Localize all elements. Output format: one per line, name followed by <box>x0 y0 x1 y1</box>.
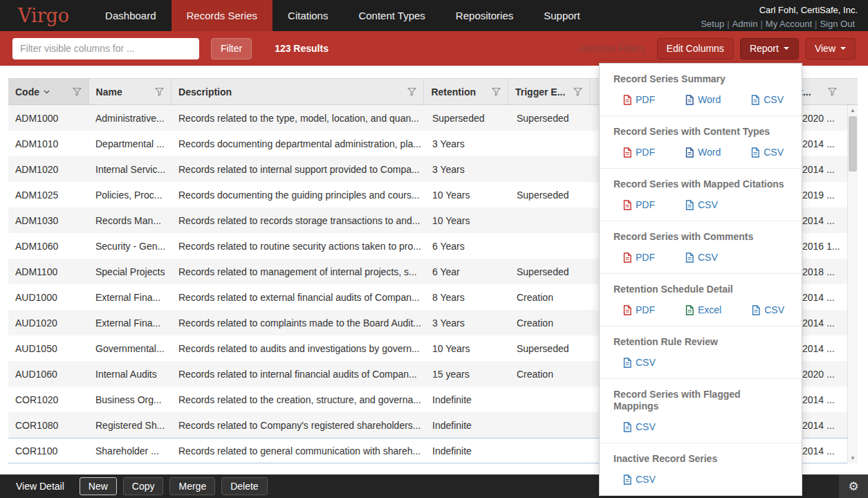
cell-updated: 2014 ... <box>795 215 847 226</box>
report-link-csv[interactable]: CSV <box>623 357 656 368</box>
toolbar-right-group: Remove Filters Edit Columns Report View <box>580 38 856 59</box>
nav-item-repositories[interactable]: Repositories <box>441 0 528 31</box>
filter-funnel-icon[interactable] <box>488 87 501 96</box>
user-link-my-account[interactable]: My Account <box>763 19 815 29</box>
user-link-admin[interactable]: Admin <box>730 19 761 29</box>
cell-trigger: Superseded <box>510 113 591 124</box>
report-link-label: CSV <box>698 252 718 263</box>
cell-name: Special Projects <box>89 266 172 277</box>
report-link-label: CSV <box>698 199 718 210</box>
report-link-label: PDF <box>636 94 655 105</box>
cell-description: Records related to general communication… <box>172 445 425 456</box>
report-link-excel[interactable]: Excel <box>685 304 721 315</box>
report-link-pdf[interactable]: PDF <box>623 199 655 210</box>
report-link-pdf[interactable]: PDF <box>623 304 655 315</box>
copy-button[interactable]: Copy <box>123 477 164 495</box>
filter-funnel-icon[interactable] <box>824 87 837 96</box>
nav-item-citations[interactable]: Citations <box>273 0 343 31</box>
report-section-links: PDFCSV <box>623 199 788 210</box>
csv-file-icon <box>623 474 631 485</box>
cell-description: Records related to records storage trans… <box>172 215 425 226</box>
filter-input[interactable] <box>12 38 199 59</box>
cell-updated: 2014 ... <box>795 138 847 149</box>
pdf-file-icon <box>623 305 631 315</box>
cell-description: Records related to internal support prov… <box>172 164 425 175</box>
settings-gear-button[interactable]: ⚙ <box>839 474 868 498</box>
csv-file-icon <box>623 422 631 432</box>
report-link-word[interactable]: Word <box>685 94 721 105</box>
report-link-label: CSV <box>636 421 656 432</box>
scrollbar-thumb[interactable] <box>849 116 857 172</box>
report-link-csv[interactable]: CSV <box>685 252 718 263</box>
column-header-code[interactable]: Code <box>8 79 89 104</box>
report-link-csv[interactable]: CSV <box>751 94 784 105</box>
cell-name: Governmental... <box>89 343 172 354</box>
filter-funnel-icon[interactable] <box>151 87 164 96</box>
cell-description: Records related to the type, model, loca… <box>172 113 425 124</box>
column-header-retention[interactable]: Retention <box>423 79 508 104</box>
report-button-label: Report <box>750 43 779 54</box>
app-logo[interactable]: Virgo <box>0 0 90 31</box>
vertical-scrollbar[interactable]: ▲ ▼ <box>847 105 858 463</box>
report-link-pdf[interactable]: PDF <box>623 147 655 158</box>
nav-item-support[interactable]: Support <box>528 0 595 31</box>
report-link-word[interactable]: Word <box>685 147 721 158</box>
report-link-label: CSV <box>636 357 656 368</box>
report-link-csv[interactable]: CSV <box>623 421 656 432</box>
pdf-file-icon <box>623 200 631 210</box>
column-header-description[interactable]: Description <box>171 79 423 104</box>
filter-button[interactable]: Filter <box>211 38 252 59</box>
cell-retention: 6 Years <box>425 241 510 252</box>
nav-item-dashboard[interactable]: Dashboard <box>90 0 171 31</box>
view-detail-button[interactable]: View Detail <box>7 477 73 495</box>
cell-updated: 2014 ... <box>795 317 847 329</box>
report-dropdown-button[interactable]: Report <box>740 38 799 59</box>
caret-down-icon <box>840 47 846 50</box>
report-link-csv[interactable]: CSV <box>752 304 784 315</box>
report-link-pdf[interactable]: PDF <box>623 94 655 105</box>
cell-description: Records related to external financial au… <box>172 292 425 303</box>
user-link-setup[interactable]: Setup <box>698 19 727 29</box>
cell-code: AUD1060 <box>8 369 89 380</box>
report-dropdown-menu: Record Series SummaryPDFWordCSVRecord Se… <box>599 63 802 496</box>
scrollbar-down-arrow-icon[interactable]: ▼ <box>848 453 858 463</box>
cell-name: External Fina... <box>89 317 172 329</box>
report-section-links: PDFExcelCSV <box>623 304 788 315</box>
cell-retention: 10 Years <box>425 190 510 201</box>
report-link-csv[interactable]: CSV <box>751 147 784 158</box>
delete-button[interactable]: Delete <box>221 477 267 495</box>
new-button[interactable]: New <box>80 477 117 495</box>
filter-funnel-icon[interactable] <box>403 87 416 96</box>
cell-updated: 2014 ... <box>795 394 847 405</box>
nav-item-records-series[interactable]: Records Series <box>172 0 273 31</box>
merge-button[interactable]: Merge <box>169 477 215 495</box>
cell-updated: 2020 ... <box>795 113 847 124</box>
nav-item-content-types[interactable]: Content Types <box>343 0 440 31</box>
column-header-name[interactable]: Name <box>89 79 172 104</box>
cell-name: Internal Servic... <box>89 164 172 175</box>
caret-down-icon <box>784 47 789 50</box>
remove-filters-button[interactable]: Remove Filters <box>580 43 645 54</box>
view-dropdown-button[interactable]: View <box>805 38 856 59</box>
pdf-file-icon <box>623 252 631 263</box>
edit-columns-button[interactable]: Edit Columns <box>657 38 734 59</box>
report-link-label: PDF <box>636 199 655 210</box>
word-file-icon <box>685 147 694 158</box>
cell-description: Records related to internal financial au… <box>172 369 425 380</box>
csv-file-icon <box>751 147 759 158</box>
report-link-csv[interactable]: CSV <box>685 199 718 210</box>
report-link-pdf[interactable]: PDF <box>623 252 655 263</box>
cell-code: COR1020 <box>8 394 89 405</box>
report-link-csv[interactable]: CSV <box>623 474 656 485</box>
report-link-label: Word <box>698 147 721 158</box>
cell-updated: 2018 ... <box>795 266 847 277</box>
user-link-sign-out[interactable]: Sign Out <box>817 19 858 29</box>
filter-funnel-icon[interactable] <box>68 87 82 96</box>
report-section-title: Retention Rule Review <box>613 336 788 348</box>
scrollbar-up-arrow-icon[interactable]: ▲ <box>848 105 858 116</box>
filter-funnel-icon[interactable] <box>569 87 582 96</box>
column-label-retention: Retention <box>431 86 476 98</box>
cell-name: Shareholder ... <box>89 445 172 456</box>
column-header-trigger[interactable]: Trigger E... <box>508 79 589 104</box>
cell-trigger: Creation <box>510 317 591 329</box>
